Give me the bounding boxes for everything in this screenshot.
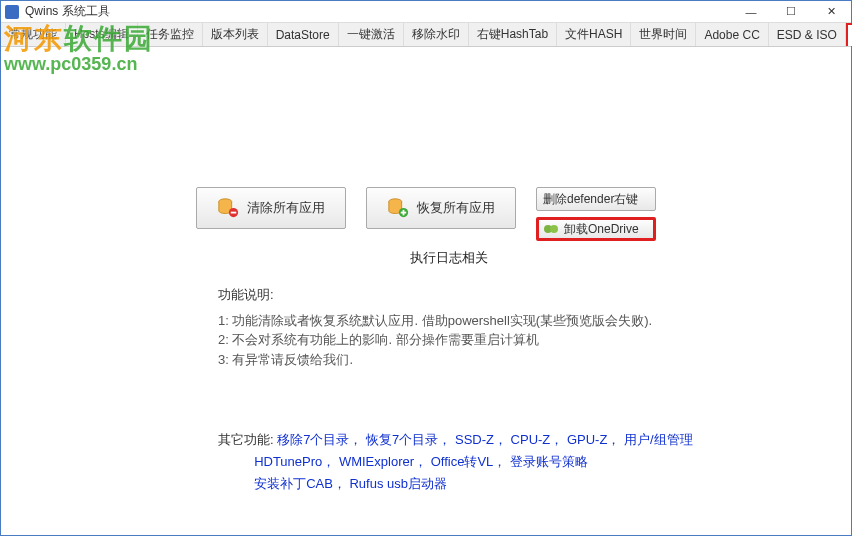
app-icon	[5, 5, 19, 19]
titlebar: Qwins 系统工具 — ☐ ✕	[1, 1, 851, 23]
tab-adobe-cc[interactable]: Adobe CC	[696, 23, 768, 46]
database-remove-icon	[217, 197, 239, 219]
onedrive-icon	[543, 221, 559, 237]
clear-all-apps-button[interactable]: 清除所有应用	[196, 187, 346, 229]
description-title: 功能说明:	[218, 285, 851, 305]
link-user-group-manage[interactable]: 用户/组管理	[624, 432, 693, 447]
link-ssd-z[interactable]: SSD-Z	[455, 432, 494, 447]
description-line-3: 3: 有异常请反馈给我们.	[218, 350, 851, 370]
tab-world-time[interactable]: 世界时间	[631, 23, 696, 46]
tab-task-monitor[interactable]: 任务监控	[138, 23, 203, 46]
other-label: 其它功能:	[218, 432, 274, 447]
link-remove-7dirs[interactable]: 移除7个目录	[277, 432, 349, 447]
link-cpu-z[interactable]: CPU-Z	[511, 432, 551, 447]
clear-all-label: 清除所有应用	[247, 199, 325, 217]
tab-datastore[interactable]: DataStore	[268, 23, 339, 46]
svg-point-8	[550, 225, 558, 233]
other-functions-block: 其它功能: 移除7个目录， 恢复7个目录， SSD-Z， CPU-Z， GPU-…	[218, 429, 851, 495]
close-button[interactable]: ✕	[811, 1, 851, 23]
description-line-2: 2: 不会对系统有功能上的影响. 部分操作需要重启计算机	[218, 330, 851, 350]
uninstall-onedrive-button[interactable]: 卸载OneDrive	[536, 217, 656, 241]
link-office-vl[interactable]: Office转VL	[431, 454, 494, 469]
restore-all-apps-button[interactable]: 恢复所有应用	[366, 187, 516, 229]
tab-filehash[interactable]: 文件HASH	[557, 23, 631, 46]
tab-hashtab[interactable]: 右键HashTab	[469, 23, 557, 46]
tab-system-manage[interactable]: 系统管理	[846, 23, 852, 46]
remove-defender-label: 删除defender右键	[543, 191, 638, 208]
link-restore-7dirs[interactable]: 恢复7个目录	[366, 432, 438, 447]
svg-rect-2	[231, 212, 237, 214]
tab-remove-watermark[interactable]: 移除水印	[404, 23, 469, 46]
remove-defender-button[interactable]: 删除defender右键	[536, 187, 656, 211]
uninstall-onedrive-label: 卸载OneDrive	[564, 221, 639, 238]
tab-hosts[interactable]: Hosts编辑	[66, 23, 138, 46]
link-gpu-z[interactable]: GPU-Z	[567, 432, 607, 447]
link-wmiexplorer[interactable]: WMIExplorer	[339, 454, 414, 469]
svg-rect-6	[403, 210, 405, 216]
tab-esd-iso[interactable]: ESD & ISO	[769, 23, 846, 46]
description-line-1: 1: 功能清除或者恢复系统默认应用. 借助powershell实现(某些预览版会…	[218, 311, 851, 331]
tabbar: 常规功能 Hosts编辑 任务监控 版本列表 DataStore 一键激活 移除…	[1, 23, 851, 47]
link-install-cab[interactable]: 安装补丁CAB	[254, 476, 333, 491]
restore-all-label: 恢复所有应用	[417, 199, 495, 217]
tab-activate[interactable]: 一键激活	[339, 23, 404, 46]
link-login-policy[interactable]: 登录账号策略	[510, 454, 588, 469]
minimize-button[interactable]: —	[731, 1, 771, 23]
description-block: 功能说明: 1: 功能清除或者恢复系统默认应用. 借助powershell实现(…	[218, 285, 851, 369]
link-hdtunepro[interactable]: HDTunePro	[254, 454, 322, 469]
link-rufus[interactable]: Rufus usb启动器	[349, 476, 447, 491]
maximize-button[interactable]: ☐	[771, 1, 811, 23]
log-label: 执行日志相关	[389, 249, 509, 267]
database-add-icon	[387, 197, 409, 219]
window-title: Qwins 系统工具	[25, 3, 731, 20]
tab-general[interactable]: 常规功能	[1, 23, 66, 46]
tab-version-list[interactable]: 版本列表	[203, 23, 268, 46]
